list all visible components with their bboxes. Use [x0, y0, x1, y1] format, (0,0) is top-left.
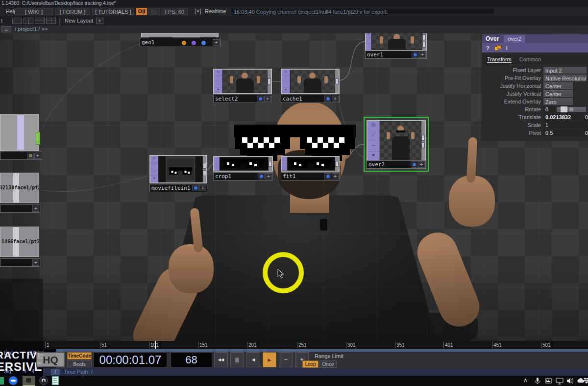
- pickable-flag-dot[interactable]: [201, 41, 206, 45]
- path-button[interactable]: /: [51, 369, 60, 375]
- taskbar-app-partial-icon[interactable]: [0, 377, 4, 385]
- tab-transform[interactable]: Transform: [487, 55, 512, 63]
- display-flag-dot[interactable]: [192, 41, 196, 45]
- viewer-toggle[interactable]: [257, 96, 264, 102]
- info-icon[interactable]: i: [506, 45, 508, 51]
- node-fit1[interactable]: fit1 +: [281, 156, 340, 180]
- rotate-field[interactable]: 0: [543, 106, 555, 113]
- viewer-flag-icon[interactable]: ◎: [366, 33, 371, 38]
- viewer-flag-icon[interactable]: ◎: [282, 70, 290, 76]
- language-tray-label[interactable]: EN: [586, 378, 588, 383]
- step-back-button[interactable]: ◀: [246, 352, 260, 367]
- notes-app-icon[interactable]: [52, 376, 59, 385]
- translate-x-field[interactable]: 0.0213832: [543, 114, 582, 121]
- wiki-button[interactable]: [ WIKI ]: [15, 8, 53, 15]
- node-geo1[interactable]: geo1 +: [140, 33, 220, 47]
- tray-chevron-up-icon[interactable]: ∧: [523, 377, 528, 384]
- node-chop-partial[interactable]: +: [0, 114, 42, 160]
- clone-flag-icon[interactable]: [282, 160, 287, 164]
- breadcrumb[interactable]: / project1 / >>: [15, 26, 48, 32]
- export-flag-icon[interactable]: →: [214, 81, 222, 87]
- viewer-flag-icon[interactable]: [282, 157, 287, 160]
- bypass-flag-icon[interactable]: ●: [150, 176, 158, 183]
- node-crop1[interactable]: crop1 +: [213, 156, 273, 180]
- pivot-x-field[interactable]: 0.5: [543, 129, 582, 136]
- chop-output-connector[interactable]: [36, 132, 40, 145]
- realtime-checkbox-icon[interactable]: ×: [195, 9, 201, 14]
- fixed-layer-menu[interactable]: Input 2: [543, 67, 587, 74]
- once-button[interactable]: Once: [319, 360, 337, 368]
- layout-preset-quad[interactable]: [46, 18, 56, 24]
- obs-icon[interactable]: [39, 376, 48, 385]
- export-flag-icon[interactable]: [214, 164, 219, 167]
- node-over1[interactable]: ◎ ∕ → over1 +: [365, 33, 427, 59]
- output-connector[interactable]: [335, 161, 339, 167]
- extend-overlay-menu[interactable]: Zero: [543, 98, 573, 105]
- output-connector[interactable]: [422, 42, 426, 48]
- node-chop-value2[interactable]: 0.1466face1/pt29: +: [0, 227, 40, 267]
- export-flag-icon[interactable]: →: [150, 169, 158, 176]
- language-icon[interactable]: [494, 45, 501, 51]
- viewer-toggle[interactable]: [192, 185, 199, 191]
- add-layout-button[interactable]: +: [96, 18, 103, 24]
- expand-icon[interactable]: +: [32, 259, 39, 266]
- clone-flag-icon[interactable]: ∕: [282, 76, 290, 81]
- clone-flag-icon[interactable]: ∕: [366, 38, 371, 44]
- export-flag-icon[interactable]: →: [282, 81, 290, 87]
- expand-icon[interactable]: +: [32, 206, 39, 212]
- home-icon[interactable]: ⌂: [1, 26, 11, 32]
- scale-field[interactable]: 1: [543, 122, 587, 129]
- bypass-flag-icon[interactable]: [282, 167, 287, 171]
- viewer-toggle[interactable]: [258, 173, 265, 180]
- viewer-flag-icon[interactable]: ◎: [214, 70, 222, 76]
- justify-vertical-menu[interactable]: Center: [543, 90, 573, 97]
- output-connector[interactable]: [268, 78, 271, 84]
- expand-icon[interactable]: +: [332, 96, 339, 102]
- bypass-flag-icon[interactable]: ●: [368, 152, 379, 162]
- op-name-field[interactable]: over2: [504, 35, 525, 43]
- rotate-slider[interactable]: [557, 107, 586, 112]
- forum-button[interactable]: [ FORUM ]: [55, 8, 90, 15]
- touchdesigner-taskbar-icon[interactable]: [23, 376, 35, 386]
- viewer-flag-icon[interactable]: [214, 157, 219, 160]
- render-flag-dot[interactable]: [182, 41, 186, 45]
- help-icon[interactable]: ?: [486, 45, 490, 51]
- network-canvas[interactable]: geo1 + ◎ ∕ → over1: [0, 33, 588, 341]
- expand-icon[interactable]: +: [34, 153, 41, 159]
- clone-flag-icon[interactable]: [214, 160, 219, 164]
- oi-badge[interactable]: O|I: [136, 8, 147, 15]
- rewind-button[interactable]: ◀◀: [214, 352, 228, 367]
- clone-flag-icon[interactable]: ∕: [368, 131, 379, 142]
- tab-common[interactable]: Common: [519, 55, 541, 63]
- teamviewer-icon[interactable]: [9, 376, 18, 385]
- export-flag-icon[interactable]: [282, 164, 287, 167]
- viewer-toggle[interactable]: [27, 153, 34, 159]
- expand-icon[interactable]: +: [199, 185, 206, 191]
- node-over2-selected[interactable]: ◎ ∕ → ● over2 +: [364, 117, 429, 172]
- display-icon[interactable]: [556, 378, 564, 385]
- output-connector[interactable]: [335, 78, 339, 84]
- pivot-y-field[interactable]: 0.: [583, 129, 588, 136]
- decrement-button[interactable]: −: [279, 352, 293, 367]
- viewer-toggle[interactable]: [324, 173, 331, 180]
- pause-button[interactable]: ||: [230, 352, 244, 367]
- viewer-toggle[interactable]: [412, 51, 418, 58]
- justify-horizontal-menu[interactable]: Center: [543, 82, 573, 89]
- layout-preset-vsplit[interactable]: [24, 18, 33, 24]
- tutorials-button[interactable]: [ TUTORIALS ]: [92, 8, 134, 15]
- expand-icon[interactable]: +: [213, 39, 220, 46]
- output-connector[interactable]: [203, 163, 206, 169]
- viewer-toggle[interactable]: [411, 161, 417, 168]
- playhead-marker[interactable]: [155, 341, 156, 349]
- output-connector[interactable]: [421, 135, 425, 141]
- clone-flag-icon[interactable]: ∕: [214, 76, 222, 81]
- node-cache1[interactable]: ◎ ∕ → ● cache1 +: [281, 69, 340, 103]
- bypass-flag-icon[interactable]: ●: [214, 87, 222, 93]
- output-connector[interactable]: [269, 161, 272, 167]
- expand-icon[interactable]: +: [419, 51, 426, 58]
- clone-flag-icon[interactable]: ∕: [150, 163, 158, 170]
- expand-icon[interactable]: +: [264, 96, 271, 102]
- microphone-icon[interactable]: [534, 377, 541, 385]
- output-connector[interactable]: [422, 34, 426, 40]
- sig-value[interactable]: 4 4: [24, 369, 34, 374]
